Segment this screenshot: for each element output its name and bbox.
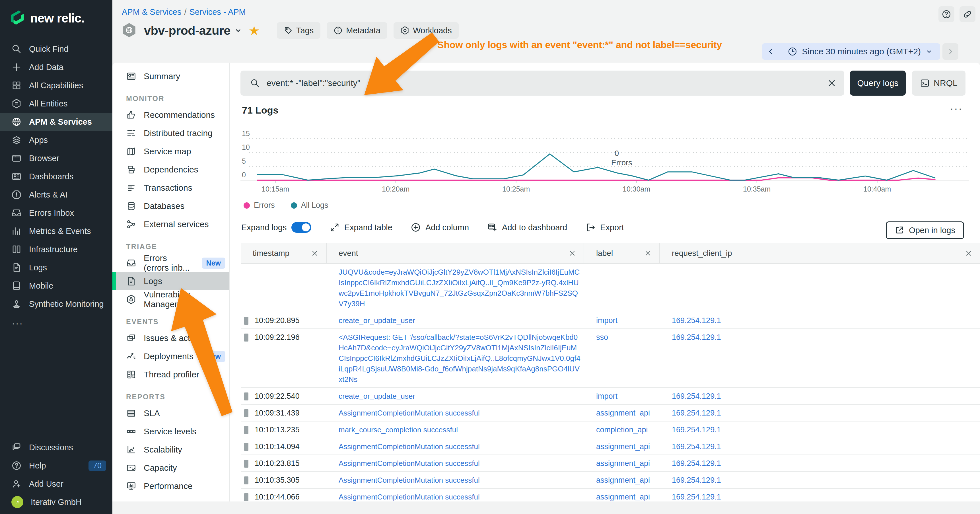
event-link[interactable]: AssignmentCompletionMutation successful: [339, 476, 480, 484]
query-logs-button[interactable]: Query logs: [850, 71, 906, 95]
entity-nav-item-issues-activity[interactable]: Issues & activity: [112, 329, 229, 347]
sidebar-item-mobile[interactable]: Mobile: [0, 277, 112, 295]
entity-nav-item-transactions[interactable]: Transactions: [112, 179, 229, 197]
event-link[interactable]: AssignmentCompletionMutation successful: [339, 442, 480, 451]
sidebar-item-add-data[interactable]: Add Data: [0, 58, 112, 76]
entity-nav-item-logs[interactable]: Logs: [112, 272, 229, 290]
expand-logs-toggle[interactable]: [291, 222, 311, 233]
label-link[interactable]: assignment_api: [596, 476, 650, 484]
label-link[interactable]: assignment_api: [596, 409, 650, 417]
entity-nav-item-vulnerability-management[interactable]: Vulnerability Management: [112, 290, 229, 309]
entity-nav-item-deployments[interactable]: DeploymentsNew: [112, 347, 229, 366]
entity-title[interactable]: vbv-prod-azure: [144, 24, 231, 38]
workloads-button[interactable]: Workloads: [393, 22, 458, 39]
sidebar-item-dashboards[interactable]: Dashboards: [0, 167, 112, 186]
entity-nav-item-sla[interactable]: SLA: [112, 404, 229, 422]
label-link[interactable]: import: [596, 316, 617, 325]
table-row[interactable]: JUQVU&code=eyJraWQiOiJjcGltY29yZV8wOTl1M…: [241, 264, 980, 312]
column-header-timestamp[interactable]: timestamp: [241, 243, 327, 263]
ip-link[interactable]: 169.254.129.1: [672, 493, 721, 501]
ip-link[interactable]: 169.254.129.1: [672, 333, 721, 342]
label-link[interactable]: completion_api: [596, 425, 648, 434]
table-row[interactable]: 10:10:13.235mark_course_completion succe…: [241, 422, 980, 438]
open-in-logs-button[interactable]: Open in logs: [886, 221, 964, 239]
toolbar-export[interactable]: Export: [585, 222, 624, 232]
sidebar-footer-iterativ-gmbh[interactable]: ◔Iterativ GmbH: [0, 493, 112, 511]
sidebar-footer-add-user[interactable]: Add User: [0, 475, 112, 493]
ip-link[interactable]: 169.254.129.1: [672, 476, 721, 484]
entity-nav-item-dependencies[interactable]: Dependencies: [112, 161, 229, 179]
entity-nav-item-service-map[interactable]: Service map: [112, 142, 229, 161]
permalink-button[interactable]: [959, 6, 975, 22]
ip-link[interactable]: 169.254.129.1: [672, 409, 721, 417]
event-link[interactable]: AssignmentCompletionMutation successful: [339, 409, 480, 417]
sidebar-item-metrics-events[interactable]: Metrics & Events: [0, 222, 112, 240]
metadata-button[interactable]: Metadata: [327, 22, 387, 39]
sidebar-item-errors-inbox[interactable]: Errors Inbox: [0, 204, 112, 222]
table-row[interactable]: 10:09:20.895create_or_update_userimport1…: [241, 312, 980, 329]
sidebar-item-all-entities[interactable]: All Entities: [0, 94, 112, 113]
entity-nav-item-databases[interactable]: Databases: [112, 197, 229, 215]
nrql-button[interactable]: NRQL: [912, 71, 966, 95]
help-button[interactable]: [939, 6, 955, 22]
ip-link[interactable]: 169.254.129.1: [672, 425, 721, 434]
sidebar-footer-discussions[interactable]: Discussions: [0, 438, 112, 457]
table-row[interactable]: 10:10:35.305AssignmentCompletionMutation…: [241, 472, 980, 489]
column-header-label[interactable]: label: [584, 243, 660, 263]
remove-column-button[interactable]: [965, 249, 973, 257]
new-relic-logo[interactable]: new relic.: [0, 0, 112, 27]
event-link[interactable]: mark_course_completion successful: [339, 425, 458, 434]
entity-nav-item-capacity[interactable]: Capacity: [112, 459, 229, 477]
event-link[interactable]: create_or_update_user: [339, 392, 415, 401]
label-link[interactable]: assignment_api: [596, 442, 650, 451]
toolbar-expand-table[interactable]: Expand table: [329, 222, 392, 232]
event-link[interactable]: AssignmentCompletionMutation successful: [339, 493, 480, 501]
ip-link[interactable]: 169.254.129.1: [672, 392, 721, 401]
table-row[interactable]: 10:09:22.540create_or_update_userimport1…: [241, 388, 980, 405]
sidebar-item-apm-services[interactable]: APM & Services: [0, 113, 112, 131]
entity-nav-item-performance[interactable]: Performance: [112, 477, 229, 495]
tags-button[interactable]: Tags: [277, 22, 320, 39]
table-row[interactable]: 10:10:23.815AssignmentCompletionMutation…: [241, 455, 980, 472]
label-link[interactable]: assignment_api: [596, 493, 650, 501]
event-link[interactable]: create_or_update_user: [339, 316, 415, 325]
entity-nav-item-distributed-tracing[interactable]: Distributed tracing: [112, 124, 229, 142]
remove-column-button[interactable]: [311, 249, 319, 257]
global-nav-more[interactable]: ...: [0, 313, 112, 329]
legend-errors[interactable]: Errors: [243, 201, 275, 210]
entity-nav-item-recommendations[interactable]: Recommendations: [112, 106, 229, 124]
column-header-request_client_ip[interactable]: request_client_ip: [660, 243, 980, 263]
table-row[interactable]: 10:09:31.439AssignmentCompletionMutation…: [241, 405, 980, 422]
time-back-button[interactable]: [762, 43, 780, 60]
sidebar-item-apps[interactable]: Apps: [0, 131, 112, 149]
entity-nav-item-service-levels[interactable]: Service levels: [112, 422, 229, 441]
remove-column-button[interactable]: [644, 249, 652, 257]
toolbar-add-column[interactable]: Add column: [410, 222, 469, 232]
sidebar-item-infrastructure[interactable]: Infrastructure: [0, 240, 112, 258]
toolbar-expand-logs[interactable]: Expand logs: [241, 222, 311, 233]
breadcrumb-services-apm[interactable]: Services - APM: [189, 7, 246, 16]
entity-nav-item-scalability[interactable]: Scalability: [112, 441, 229, 459]
table-row[interactable]: 10:10:14.094AssignmentCompletionMutation…: [241, 438, 980, 455]
entity-nav-item-errors-errors-inb-[interactable]: Errors (errors inb...New: [112, 254, 229, 272]
sidebar-footer-help[interactable]: Help70: [0, 457, 112, 475]
remove-column-button[interactable]: [568, 249, 576, 257]
entity-nav-item-external-services[interactable]: External services: [112, 215, 229, 233]
sidebar-item-browser[interactable]: Browser: [0, 149, 112, 167]
sidebar-item-alerts-ai[interactable]: Alerts & AI: [0, 186, 112, 204]
log-search-input[interactable]: [266, 78, 827, 88]
card-menu-button[interactable]: ...: [950, 103, 963, 109]
search-clear-button[interactable]: [827, 78, 837, 88]
time-forward-button[interactable]: [942, 43, 958, 60]
event-link[interactable]: AssignmentCompletionMutation successful: [339, 459, 480, 468]
table-row[interactable]: 10:10:44.066AssignmentCompletionMutation…: [241, 489, 980, 501]
legend-all-logs[interactable]: All Logs: [291, 201, 328, 210]
label-link[interactable]: import: [596, 392, 617, 401]
time-range-selector[interactable]: Since 30 minutes ago (GMT+2): [780, 47, 940, 56]
label-link[interactable]: sso: [596, 333, 608, 342]
toolbar-add-to-dashboard[interactable]: Add to dashboard: [487, 222, 567, 232]
column-header-event[interactable]: event: [327, 243, 584, 263]
breadcrumb-apm-services[interactable]: APM & Services: [122, 7, 181, 16]
table-row[interactable]: 10:09:22.196<ASGIRequest: GET '/sso/call…: [241, 329, 980, 388]
entity-nav-item-summary[interactable]: Summary: [112, 67, 229, 85]
